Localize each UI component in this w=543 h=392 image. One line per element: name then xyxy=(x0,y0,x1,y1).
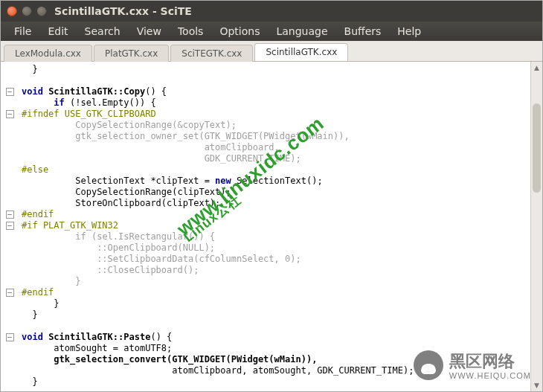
keyword-if: if xyxy=(22,97,65,108)
inactive-code: } xyxy=(22,276,80,286)
menu-tools[interactable]: Tools xyxy=(170,24,211,39)
scroll-up-icon[interactable]: ▲ xyxy=(531,62,542,74)
menu-edit[interactable]: Edit xyxy=(40,24,75,39)
app-window: ScintillaGTK.cxx - SciTE File Edit Searc… xyxy=(0,0,543,392)
maximize-icon[interactable] xyxy=(36,6,47,16)
inactive-code: atomClipboard, xyxy=(22,142,280,152)
code-line: atomClipboard, atomSought, GDK_CURRENT_T… xyxy=(22,365,414,376)
fold-toggle[interactable]: − xyxy=(6,333,14,341)
menu-language[interactable]: Language xyxy=(269,24,335,39)
fn-name: ScintillaGTK::Copy xyxy=(43,86,145,97)
window-controls xyxy=(7,6,47,16)
code-line: } xyxy=(22,64,38,74)
preproc: #else xyxy=(22,164,48,175)
tab-scitegtk[interactable]: SciTEGTK.cxx xyxy=(170,45,253,62)
titlebar[interactable]: ScintillaGTK.cxx - SciTE xyxy=(1,1,542,22)
fold-toggle[interactable]: − xyxy=(6,88,14,96)
menubar: File Edit Search View Tools Options Lang… xyxy=(1,22,542,41)
inactive-code: ::CloseClipboard(); xyxy=(22,265,199,275)
code-line: gtk_selection_convert(GTK_WIDGET(PWidget… xyxy=(22,354,317,364)
preproc: #endif xyxy=(22,209,54,219)
fold-gutter: − − − − − − xyxy=(1,62,19,391)
inactive-code: (sel.IsRectangular()) { xyxy=(86,231,215,242)
code-line: StoreOnClipboard(clipText); xyxy=(22,198,220,208)
code-text: () { xyxy=(150,332,172,342)
vertical-scrollbar[interactable]: ▲ ▼ xyxy=(530,62,542,391)
inactive-code: ::OpenClipboard(NULL); xyxy=(22,242,215,253)
menu-file[interactable]: File xyxy=(7,24,39,39)
code-text: SelectionText *clipText = xyxy=(22,176,215,186)
inactive-code: GDK_CURRENT_TIME); xyxy=(22,153,301,164)
preproc: #if PLAT_GTK_WIN32 xyxy=(22,220,118,231)
menu-view[interactable]: View xyxy=(129,24,169,39)
code-text: (!sel.Empty()) { xyxy=(65,97,156,108)
close-icon[interactable] xyxy=(7,6,17,16)
menu-help[interactable]: Help xyxy=(390,24,428,39)
scroll-thumb[interactable] xyxy=(533,103,541,193)
code-text: () { xyxy=(145,86,167,97)
code-line: } xyxy=(22,309,38,320)
keyword-new: new xyxy=(215,176,231,186)
fn-name: ScintillaGTK::Paste xyxy=(43,332,151,342)
preproc: #endif xyxy=(22,287,54,298)
inactive-code: ); xyxy=(290,254,301,264)
tabbar: LexModula.cxx PlatGTK.cxx SciTEGTK.cxx S… xyxy=(1,41,542,62)
keyword-void: void xyxy=(22,86,43,97)
keyword-void: void xyxy=(22,332,43,342)
code-area[interactable]: } void ScintillaGTK::Copy() { if (!sel.E… xyxy=(19,62,530,391)
code-text: SelectionText(); xyxy=(231,176,323,186)
editor: − − − − − − } void ScintillaGTK::Copy() … xyxy=(1,62,542,391)
fold-toggle[interactable]: − xyxy=(6,211,14,219)
window-title: ScintillaGTK.cxx - SciTE xyxy=(54,5,192,17)
inactive-code: ::SetClipboardData(cfColumnSelect, xyxy=(22,254,285,264)
menu-options[interactable]: Options xyxy=(212,24,267,39)
scroll-track[interactable] xyxy=(531,74,542,379)
tab-lexmodula[interactable]: LexModula.cxx xyxy=(4,45,92,62)
inactive-code: gtk_selection_owner_set(GTK_WIDGET(PWidg… xyxy=(22,131,350,141)
inactive-code: CopySelectionRange(&copyText); xyxy=(22,120,237,130)
code-line: } xyxy=(22,298,60,309)
tab-platgtk[interactable]: PlatGTK.cxx xyxy=(94,45,169,62)
fold-toggle[interactable]: − xyxy=(6,110,14,118)
menu-search[interactable]: Search xyxy=(77,24,128,39)
code-line: CopySelectionRange(clipText); xyxy=(22,187,231,197)
scroll-down-icon[interactable]: ▼ xyxy=(531,379,542,391)
menu-buffers[interactable]: Buffers xyxy=(337,24,389,39)
code-line: } xyxy=(22,376,38,387)
tab-scintillagtk[interactable]: ScintillaGTK.cxx xyxy=(254,43,348,61)
inactive-code: if xyxy=(22,231,86,242)
code-line: atomSought = atomUTF8; xyxy=(22,343,172,353)
fold-toggle[interactable]: − xyxy=(6,222,14,230)
minimize-icon[interactable] xyxy=(22,6,32,16)
fold-toggle[interactable]: − xyxy=(6,289,14,297)
preproc: #ifndef USE_GTK_CLIPBOARD xyxy=(22,109,156,119)
